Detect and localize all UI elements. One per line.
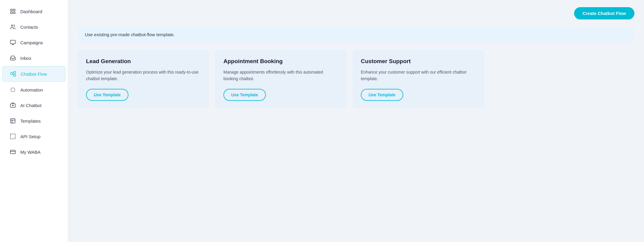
svg-point-4 [11, 25, 13, 26]
sidebar-label-inbox: Inbox [20, 56, 31, 61]
sidebar-item-chatbot-flow[interactable]: Chatbot Flow [2, 66, 65, 82]
card-title-lead-generation: Lead Generation [86, 58, 201, 65]
sidebar-label-campaigns: Campaigns [20, 40, 43, 45]
sidebar-item-my-waba[interactable]: My WABA [2, 144, 65, 159]
card-desc-lead-generation: Optimize your lead generation process wi… [86, 69, 201, 82]
svg-rect-9 [10, 104, 16, 107]
sidebar-label-dashboard: Dashboard [20, 9, 42, 14]
svg-rect-6 [11, 72, 13, 74]
api-setup-icon [10, 133, 16, 140]
svg-rect-11 [11, 119, 15, 123]
svg-rect-12 [10, 134, 16, 139]
template-card-customer-support: Customer Support Enhance your customer s… [352, 50, 484, 108]
sidebar-label-api-setup: API Setup [20, 134, 41, 139]
ai-chatbot-icon [10, 102, 16, 109]
inbox-icon [10, 55, 16, 61]
svg-rect-3 [13, 12, 15, 14]
sidebar-item-automation[interactable]: Automation [2, 82, 65, 97]
use-template-button-customer-support[interactable]: Use Template [361, 89, 403, 101]
sidebar: Dashboard Contacts Campaigns Inbox Chatb… [0, 0, 68, 242]
svg-point-10 [12, 105, 13, 106]
sidebar-label-automation: Automation [20, 87, 43, 92]
use-template-button-lead-generation[interactable]: Use Template [86, 89, 128, 101]
templates-icon [10, 118, 16, 124]
sidebar-item-api-setup[interactable]: API Setup [2, 129, 65, 144]
create-chatbot-flow-button[interactable]: Create Chatbot Flow [574, 7, 634, 19]
sidebar-label-ai-chatbot: AI Chatbot [20, 103, 42, 108]
page-header: Create Chatbot Flow [78, 7, 634, 19]
use-template-button-appointment-booking[interactable]: Use Template [223, 89, 266, 101]
svg-rect-5 [10, 40, 16, 44]
svg-rect-13 [10, 150, 16, 154]
svg-rect-8 [14, 74, 16, 77]
info-banner: Use existing pre-made chatbot-flow templ… [78, 27, 634, 42]
sidebar-item-contacts[interactable]: Contacts [2, 19, 65, 34]
dashboard-icon [10, 8, 16, 15]
card-title-customer-support: Customer Support [361, 58, 476, 65]
sidebar-label-contacts: Contacts [20, 25, 38, 30]
template-card-lead-generation: Lead Generation Optimize your lead gener… [78, 50, 209, 108]
main-content: Create Chatbot Flow Use existing pre-mad… [68, 0, 644, 242]
sidebar-item-campaigns[interactable]: Campaigns [2, 35, 65, 50]
sidebar-item-dashboard[interactable]: Dashboard [2, 4, 65, 19]
svg-rect-1 [13, 9, 15, 11]
chatbot-flow-icon [10, 71, 16, 77]
automation-icon [10, 86, 16, 93]
template-card-appointment-booking: Appointment Booking Manage appointments … [215, 50, 346, 108]
sidebar-label-my-waba: My WABA [20, 150, 41, 155]
banner-text: Use existing pre-made chatbot-flow templ… [85, 32, 175, 37]
campaigns-icon [10, 39, 16, 46]
svg-rect-2 [11, 12, 13, 14]
sidebar-item-inbox[interactable]: Inbox [2, 51, 65, 66]
sidebar-label-templates: Templates [20, 118, 41, 124]
sidebar-label-chatbot-flow: Chatbot Flow [21, 71, 47, 77]
card-desc-customer-support: Enhance your customer support with our e… [361, 69, 476, 82]
card-title-appointment-booking: Appointment Booking [223, 58, 338, 65]
sidebar-item-templates[interactable]: Templates [2, 113, 65, 128]
contacts-icon [10, 24, 16, 30]
template-cards-row: Lead Generation Optimize your lead gener… [78, 50, 634, 108]
svg-rect-0 [11, 9, 13, 11]
card-desc-appointment-booking: Manage appointments effortlessly with th… [223, 69, 338, 82]
my-waba-icon [10, 149, 16, 155]
sidebar-item-ai-chatbot[interactable]: AI Chatbot [2, 98, 65, 113]
svg-rect-7 [14, 71, 16, 74]
